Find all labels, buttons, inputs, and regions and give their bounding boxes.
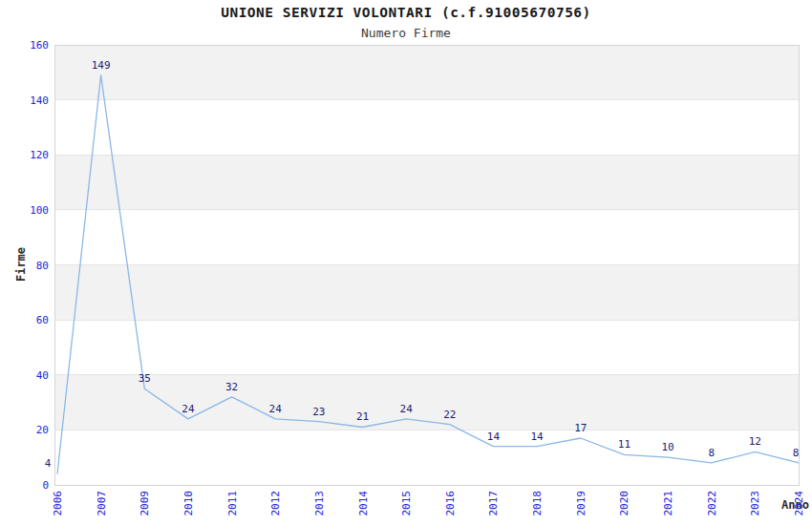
y-tick-label: 0 [42, 479, 49, 492]
x-tick-label: 2014 [357, 491, 370, 516]
y-tick-label: 20 [36, 424, 49, 436]
y-tick-label: 120 [30, 149, 49, 161]
x-tick-label: 2013 [313, 491, 326, 516]
data-label: 22 [443, 409, 456, 421]
data-label: 12 [749, 435, 761, 448]
y-tick-label: 100 [30, 204, 49, 217]
data-label: 17 [574, 422, 587, 434]
data-label: 149 [92, 59, 111, 72]
y-tick-label: 40 [36, 369, 49, 382]
y-tick-label: 80 [36, 260, 49, 272]
grid-band [54, 265, 799, 321]
grid-band [54, 45, 799, 100]
data-label: 10 [661, 441, 673, 453]
data-label: 21 [356, 410, 369, 423]
data-label: 14 [530, 430, 544, 443]
data-label: 35 [139, 372, 151, 385]
data-label: 32 [225, 381, 238, 393]
x-tick-label: 2019 [575, 491, 588, 516]
data-label: 24 [269, 403, 283, 415]
line-chart: 4149352432242321242214141711108128020406… [0, 0, 812, 525]
data-label: 14 [487, 430, 501, 443]
x-tick-label: 2009 [139, 491, 151, 516]
data-label: 4 [45, 457, 52, 470]
grid-band [54, 155, 799, 210]
x-tick-label: 2011 [226, 491, 239, 516]
x-tick-label: 2015 [400, 491, 413, 516]
x-tick-label: 2016 [444, 491, 457, 516]
x-tick-label: 2017 [487, 491, 500, 516]
data-label: 8 [708, 447, 715, 459]
y-tick-label: 160 [30, 39, 49, 52]
x-tick-label: 2023 [749, 491, 761, 516]
x-tick-label: 2010 [182, 491, 195, 516]
data-label: 24 [400, 403, 414, 415]
x-tick-label: 2022 [706, 491, 718, 516]
data-label: 8 [793, 447, 800, 459]
x-tick-label: 2007 [96, 491, 108, 516]
data-label: 11 [618, 438, 630, 451]
y-tick-label: 140 [30, 94, 49, 107]
x-tick-label: 2018 [531, 491, 544, 516]
data-label: 24 [182, 403, 195, 415]
data-label: 23 [312, 406, 325, 418]
x-tick-label: 2006 [52, 491, 64, 516]
x-tick-label: 2020 [618, 491, 630, 516]
x-tick-label: 2021 [662, 491, 674, 516]
x-tick-label: 2012 [269, 491, 282, 516]
x-tick-label: 2024 [793, 491, 805, 516]
y-tick-label: 60 [36, 314, 49, 326]
